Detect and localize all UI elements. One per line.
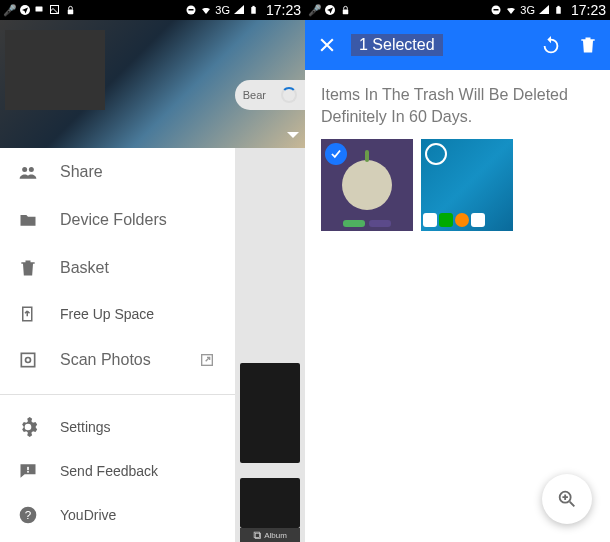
spinner-icon (281, 87, 297, 103)
svg-rect-15 (27, 471, 29, 473)
trash-message: Items In The Trash Will Be Deleted Defin… (305, 70, 610, 139)
menu-divider (0, 394, 235, 395)
chat-icon (34, 4, 46, 16)
send-feedback-label: Send Feedback (60, 463, 158, 479)
device-folders-item[interactable]: Device Folders (0, 196, 235, 244)
svg-rect-23 (494, 9, 499, 11)
svg-point-9 (29, 167, 34, 172)
dnd-icon (490, 4, 502, 16)
mic-icon: 🎤 (309, 4, 321, 16)
svg-text:?: ? (25, 508, 32, 521)
thumbnail-grid (305, 139, 610, 231)
scan-photos-item[interactable]: Scan Photos (0, 336, 235, 384)
zoom-fab[interactable] (542, 474, 592, 524)
basket-item[interactable]: Basket (0, 244, 235, 292)
thumbnail-image (423, 211, 511, 229)
svg-point-8 (22, 167, 27, 172)
send-feedback-item[interactable]: Send Feedback (0, 449, 235, 493)
clock: 17:23 (266, 2, 301, 18)
check-icon[interactable] (425, 143, 447, 165)
svg-rect-1 (36, 7, 43, 12)
dnd-icon (185, 4, 197, 16)
svg-point-12 (26, 358, 31, 363)
lock-icon (64, 4, 76, 16)
settings-label: Settings (60, 419, 111, 435)
left-screen: 🎤 3G (0, 0, 305, 542)
search-peek[interactable]: Bear (235, 80, 305, 110)
image-icon (49, 4, 61, 16)
lock-icon (339, 4, 351, 16)
svg-rect-5 (189, 9, 194, 11)
share-item[interactable]: Share (0, 148, 235, 196)
thumbnail-image (342, 160, 392, 210)
share-label: Share (60, 163, 103, 181)
selection-toolbar: 1 Selected (305, 20, 610, 70)
wifi-icon (505, 4, 517, 16)
drawer-menu: Share Device Folders Basket Free Up Spac… (0, 148, 235, 537)
send-icon (324, 4, 336, 16)
folder-icon (18, 210, 38, 230)
svg-rect-3 (67, 9, 73, 14)
right-screen: 🎤 3G 17:23 (305, 0, 610, 542)
wifi-icon (200, 4, 212, 16)
share-icon (18, 162, 38, 182)
thumbnail-detail (369, 220, 391, 227)
svg-rect-21 (342, 9, 348, 14)
bg-card (240, 363, 300, 463)
battery-icon (553, 4, 565, 16)
clock: 17:23 (571, 2, 606, 18)
help-icon: ? (18, 505, 38, 525)
svg-rect-11 (21, 353, 34, 366)
thumbnail-item[interactable] (321, 139, 413, 231)
thumbnail-item[interactable] (421, 139, 513, 231)
free-space-icon (18, 304, 38, 324)
svg-rect-25 (558, 6, 560, 7)
free-up-space-label: Free Up Space (60, 306, 154, 322)
drawer-header: Bear (0, 20, 305, 148)
scan-icon (18, 350, 38, 370)
trash-message-line2: Definitely In 60 Days. (321, 106, 594, 128)
bg-album-label: Album (264, 531, 287, 540)
network-label: 3G (215, 4, 230, 16)
settings-item[interactable]: Settings (0, 405, 235, 449)
you-drive-label: YouDrive (60, 507, 116, 523)
send-icon (19, 4, 31, 16)
trash-icon (18, 258, 38, 278)
network-label: 3G (520, 4, 535, 16)
selection-title: 1 Selected (351, 34, 443, 56)
drawer-background-peek: Album (235, 148, 305, 542)
free-up-space-item[interactable]: Free Up Space (0, 292, 235, 336)
scan-photos-label: Scan Photos (60, 351, 151, 369)
battery-icon (248, 4, 260, 16)
close-icon[interactable] (317, 35, 337, 55)
svg-rect-14 (27, 467, 29, 470)
external-link-icon (197, 350, 217, 370)
svg-rect-7 (253, 6, 255, 7)
thumbnail-detail (343, 220, 365, 227)
bg-card (240, 478, 300, 528)
device-folders-label: Device Folders (60, 211, 167, 229)
feedback-icon (18, 461, 38, 481)
you-drive-item[interactable]: ? YouDrive (0, 493, 235, 537)
trash-message-line1: Items In The Trash Will Be Deleted (321, 84, 594, 106)
svg-rect-6 (252, 7, 257, 14)
status-bar: 🎤 3G (0, 0, 305, 20)
status-bar: 🎤 3G 17:23 (305, 0, 610, 20)
basket-label: Basket (60, 259, 109, 277)
delete-icon[interactable] (578, 35, 598, 55)
bg-album-chip: Album (240, 528, 300, 542)
signal-icon (538, 4, 550, 16)
check-icon[interactable] (325, 143, 347, 165)
svg-rect-24 (557, 7, 562, 14)
mic-icon: 🎤 (4, 4, 16, 16)
signal-icon (233, 4, 245, 16)
search-peek-label: Bear (243, 89, 266, 101)
restore-icon[interactable] (540, 35, 560, 55)
gear-icon (18, 417, 38, 437)
